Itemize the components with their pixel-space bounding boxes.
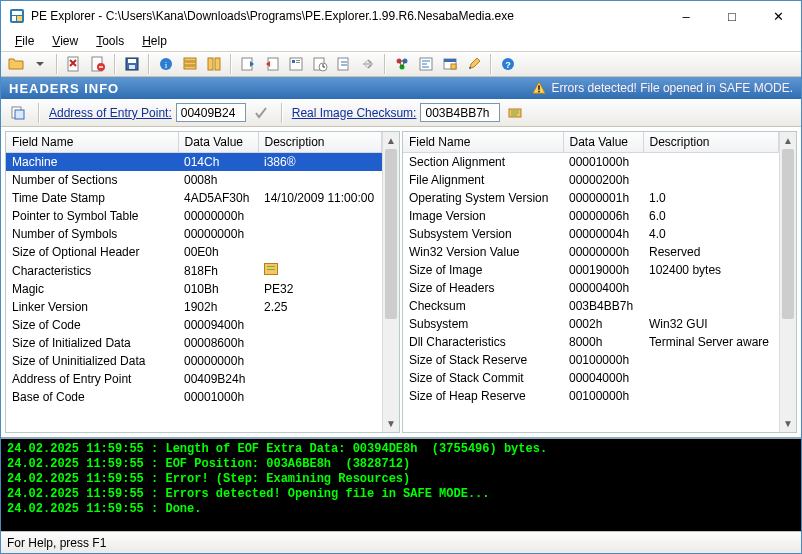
left-grid-pane: Field Name Data Value Description Machin… (1, 127, 400, 437)
col-value[interactable]: Data Value (563, 132, 643, 153)
col-field[interactable]: Field Name (403, 132, 563, 153)
scroll-up-icon[interactable]: ▲ (780, 132, 796, 149)
maximize-button[interactable]: □ (709, 1, 755, 31)
menu-help[interactable]: Help (134, 32, 175, 50)
debug-info-button[interactable] (333, 53, 355, 75)
right-grid[interactable]: Field Name Data Value Description Sectio… (403, 132, 779, 432)
toolbar-separator (281, 103, 283, 123)
table-row[interactable]: Linker Version1902h2.25 (6, 298, 382, 316)
table-row[interactable]: Size of Headers00000400h (403, 279, 779, 297)
table-row[interactable]: Number of Symbols00000000h (6, 225, 382, 243)
table-row[interactable]: Operating System Version00000001h1.0 (403, 189, 779, 207)
dependency-scanner-button[interactable] (391, 53, 413, 75)
cell-value: 00000000h (178, 352, 258, 370)
table-row[interactable]: Pointer to Symbol Table00000000h (6, 207, 382, 225)
import-table-button[interactable] (261, 53, 283, 75)
table-row[interactable]: Size of Stack Reserve00100000h (403, 351, 779, 369)
col-desc[interactable]: Description (258, 132, 382, 153)
open-dropdown-button[interactable] (29, 53, 51, 75)
left-grid[interactable]: Field Name Data Value Description Machin… (6, 132, 382, 432)
open-file-button[interactable] (5, 53, 27, 75)
scroll-thumb[interactable] (385, 149, 397, 319)
svg-point-33 (469, 67, 471, 69)
table-row[interactable]: Section Alignment00001000h (403, 153, 779, 172)
table-row[interactable]: Size of Code00009400h (6, 316, 382, 334)
export-table-button[interactable] (237, 53, 259, 75)
table-row[interactable]: Size of Initialized Data00008600h (6, 334, 382, 352)
svg-rect-13 (184, 62, 196, 65)
save-button[interactable] (121, 53, 143, 75)
scroll-down-icon[interactable]: ▼ (383, 415, 399, 432)
cell-value: 8000h (563, 333, 643, 351)
cell-value: 003B4BB7h (563, 297, 643, 315)
entry-point-label[interactable]: Address of Entry Point: (49, 106, 172, 120)
table-row[interactable]: File Alignment00000200h (403, 171, 779, 189)
cell-field: Section Alignment (403, 153, 563, 172)
table-row[interactable]: Time Date Stamp4AD5AF30h14/10/2009 11:00… (6, 189, 382, 207)
scroll-up-icon[interactable]: ▲ (383, 132, 399, 149)
checksum-label[interactable]: Real Image Checksum: (292, 106, 417, 120)
table-row[interactable]: Size of Heap Reserve00100000h (403, 387, 779, 405)
menu-view[interactable]: View (44, 32, 86, 50)
data-directory-button[interactable] (179, 53, 201, 75)
right-scrollbar[interactable]: ▲ ▼ (779, 132, 796, 432)
close-button[interactable]: ✕ (755, 1, 801, 31)
cell-field: Characteristics (6, 261, 178, 280)
table-row[interactable]: Dll Characteristics8000hTerminal Server … (403, 333, 779, 351)
cell-desc (258, 171, 382, 189)
col-desc[interactable]: Description (643, 132, 779, 153)
table-row[interactable]: Size of Image00019000h102400 bytes (403, 261, 779, 279)
copy-headers-button[interactable] (7, 102, 29, 124)
left-scrollbar[interactable]: ▲ ▼ (382, 132, 399, 432)
table-row[interactable]: Size of Stack Commit00004000h (403, 369, 779, 387)
toolbar-separator (148, 54, 150, 74)
table-row[interactable]: Subsystem Version00000004h4.0 (403, 225, 779, 243)
minimize-button[interactable]: – (663, 1, 709, 31)
cell-value: 00019000h (563, 261, 643, 279)
table-row[interactable]: Base of Code00001000h (6, 388, 382, 406)
scroll-thumb[interactable] (782, 149, 794, 319)
menu-tools[interactable]: Tools (88, 32, 132, 50)
table-row[interactable]: Characteristics818Fh (6, 261, 382, 280)
close-file-button[interactable] (63, 53, 85, 75)
resource-viewer-button[interactable] (285, 53, 307, 75)
tool-settings-button[interactable] (463, 53, 485, 75)
help-button[interactable]: ? (497, 53, 519, 75)
cell-field: Size of Headers (403, 279, 563, 297)
svg-rect-16 (215, 58, 220, 70)
delete-button[interactable] (87, 53, 109, 75)
characteristics-icon[interactable] (264, 263, 278, 275)
log-console[interactable]: 24.02.2025 11:59:55 : Length of EOF Extr… (1, 437, 801, 531)
checksum-input[interactable] (420, 103, 500, 122)
table-row[interactable]: Machine014Chi386® (6, 153, 382, 172)
col-field[interactable]: Field Name (6, 132, 178, 153)
table-row[interactable]: Subsystem0002hWin32 GUI (403, 315, 779, 333)
table-row[interactable]: Size of Uninitialized Data00000000h (6, 352, 382, 370)
entry-point-apply-button[interactable] (250, 102, 272, 124)
col-value[interactable]: Data Value (178, 132, 258, 153)
cell-value: 0008h (178, 171, 258, 189)
cell-desc: Terminal Server aware (643, 333, 779, 351)
disassembler-button[interactable] (415, 53, 437, 75)
table-row[interactable]: Win32 Version Value00000000hReserved (403, 243, 779, 261)
menu-file[interactable]: File (7, 32, 42, 50)
entry-point-input[interactable] (176, 103, 246, 122)
cell-field: Size of Code (6, 316, 178, 334)
cell-field: Magic (6, 280, 178, 298)
section-headers-button[interactable] (203, 53, 225, 75)
checksum-refresh-button[interactable] (504, 102, 526, 124)
relocation-button[interactable] (357, 53, 379, 75)
cell-desc: 14/10/2009 11:00:00 (258, 189, 382, 207)
table-row[interactable]: Address of Entry Point00409B24h (6, 370, 382, 388)
table-row[interactable]: Magic010BhPE32 (6, 280, 382, 298)
toolbar-separator (38, 103, 40, 123)
headers-info-button[interactable]: i (155, 53, 177, 75)
resource-editor-button[interactable] (439, 53, 461, 75)
scroll-down-icon[interactable]: ▼ (780, 415, 796, 432)
table-row[interactable]: Image Version00000006h6.0 (403, 207, 779, 225)
table-row[interactable]: Checksum003B4BB7h (403, 297, 779, 315)
table-row[interactable]: Size of Optional Header00E0h (6, 243, 382, 261)
delay-import-button[interactable] (309, 53, 331, 75)
table-row[interactable]: Number of Sections0008h (6, 171, 382, 189)
svg-rect-21 (296, 60, 300, 61)
